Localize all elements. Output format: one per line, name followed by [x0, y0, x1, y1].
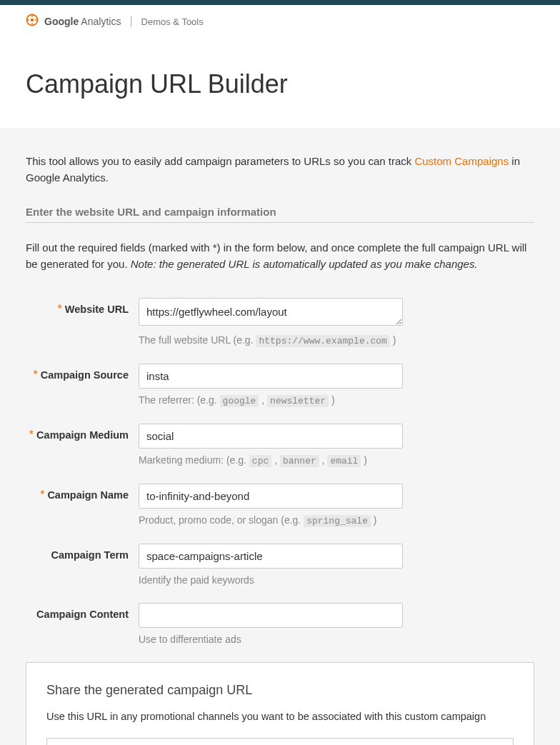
content-wrap: This tool allows you to easily add campa…	[0, 128, 560, 745]
instructions: Fill out the required fields (marked wit…	[26, 240, 534, 272]
custom-campaigns-link[interactable]: Custom Campaigns	[414, 155, 509, 167]
brand-google: Google	[44, 16, 79, 27]
analytics-logo-icon	[26, 14, 39, 29]
required-marker: *	[58, 303, 62, 315]
label-campaign-content: Campaign Content	[36, 609, 129, 620]
share-box: Share the generated campaign URL Use thi…	[26, 662, 534, 745]
brand-analytics: Analytics	[81, 16, 121, 27]
title-section: Campaign URL Builder	[0, 38, 560, 128]
input-campaign-content[interactable]	[139, 603, 403, 628]
field-campaign-name: *Campaign Name Product, promo code, or s…	[26, 484, 534, 526]
helper-website-url: The full website URL (e.g. https://www.e…	[139, 334, 403, 346]
demos-tools-link[interactable]: Demos & Tools	[141, 16, 204, 27]
field-website-url: *Website URL https://getflywheel.com/lay…	[26, 298, 534, 346]
header: Google Analytics | Demos & Tools	[0, 5, 560, 38]
label-campaign-source: Campaign Source	[41, 369, 129, 381]
label-campaign-medium: Campaign Medium	[36, 429, 129, 441]
divider-pipe: |	[129, 15, 132, 28]
helper-campaign-term: Identify the paid keywords	[139, 574, 403, 586]
input-campaign-term[interactable]	[139, 544, 403, 569]
field-campaign-content: Campaign Content Use to differentiate ad…	[26, 603, 534, 645]
brand-text: Google Analytics	[44, 16, 121, 27]
input-campaign-source[interactable]	[139, 364, 403, 389]
svg-point-1	[31, 19, 34, 22]
intro-text: This tool allows you to easily add campa…	[26, 154, 534, 186]
helper-campaign-name: Product, promo code, or slogan (e.g. spr…	[139, 514, 403, 526]
generated-url-textarea[interactable]: https://getflywheel.com/layout?utm_sourc…	[46, 738, 514, 745]
field-campaign-source: *Campaign Source The referrer: (e.g. goo…	[26, 364, 534, 406]
page-title: Campaign URL Builder	[26, 69, 534, 99]
share-title: Share the generated campaign URL	[46, 683, 514, 698]
field-campaign-term: Campaign Term Identify the paid keywords	[26, 544, 534, 586]
share-desc: Use this URL in any promotional channels…	[46, 711, 514, 722]
label-campaign-name: Campaign Name	[47, 489, 129, 501]
top-accent-bar	[0, 0, 560, 5]
input-website-url[interactable]: https://getflywheel.com/layout	[139, 298, 403, 326]
required-marker: *	[40, 489, 44, 501]
helper-campaign-medium: Marketing medium: (e.g. cpc , banner , e…	[139, 454, 403, 466]
input-campaign-name[interactable]	[139, 484, 403, 509]
section-heading: Enter the website URL and campaign infor…	[26, 206, 534, 223]
label-campaign-term: Campaign Term	[51, 549, 129, 561]
label-website-url: Website URL	[65, 304, 129, 315]
required-marker: *	[33, 369, 37, 381]
field-campaign-medium: *Campaign Medium Marketing medium: (e.g.…	[26, 424, 534, 466]
helper-campaign-source: The referrer: (e.g. google , newsletter …	[139, 394, 403, 406]
helper-campaign-content: Use to differentiate ads	[139, 634, 403, 645]
required-marker: *	[29, 429, 34, 441]
input-campaign-medium[interactable]	[139, 424, 403, 449]
